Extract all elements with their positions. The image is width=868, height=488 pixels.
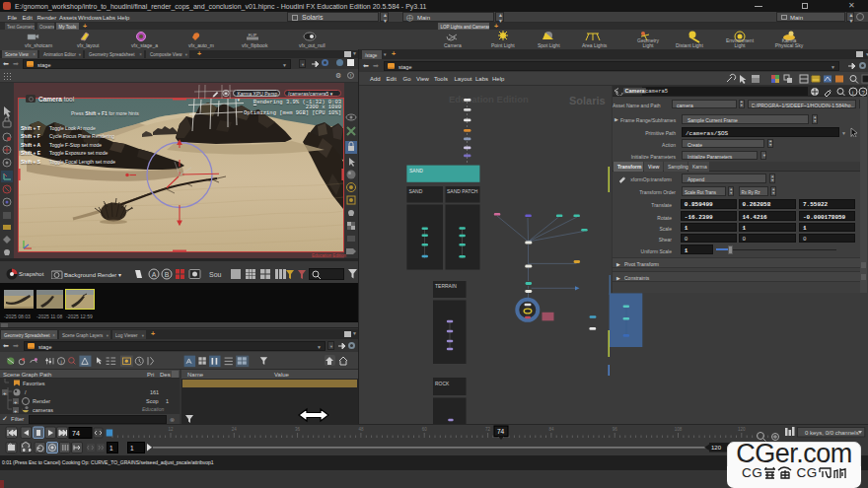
svg-text:36: 36 xyxy=(295,427,301,432)
svg-text:48: 48 xyxy=(358,427,364,432)
svg-text:?: ? xyxy=(862,90,866,96)
svg-text:SAND: SAND xyxy=(408,188,422,194)
svg-text:72: 72 xyxy=(485,427,491,432)
svg-text:1: 1 xyxy=(109,445,113,452)
svg-text:A: A xyxy=(152,271,157,278)
svg-text:Education Edition: Education Edition xyxy=(449,94,529,105)
svg-text:ROCK: ROCK xyxy=(435,381,450,386)
svg-text:0 keys, 0/0 channels: 0 keys, 0/0 channels xyxy=(805,430,859,436)
svg-text:+: + xyxy=(14,408,18,414)
svg-text:12: 12 xyxy=(168,427,174,432)
svg-text:+: + xyxy=(3,390,7,396)
svg-text:+: + xyxy=(14,399,18,405)
svg-text:74: 74 xyxy=(497,428,505,435)
svg-text:84: 84 xyxy=(548,427,554,432)
svg-text:i: i xyxy=(60,359,61,365)
svg-text:FLIP: FLIP xyxy=(249,33,257,37)
svg-text:Solaris: Solaris xyxy=(569,95,606,106)
svg-text:120: 120 xyxy=(738,427,746,432)
svg-text:Sou: Sou xyxy=(209,271,222,278)
svg-text:SAND PATCH: SAND PATCH xyxy=(447,188,478,194)
svg-text:TERRAIN: TERRAIN xyxy=(435,283,457,289)
svg-text:120: 120 xyxy=(711,445,722,451)
svg-text:1: 1 xyxy=(130,445,134,452)
svg-text:24: 24 xyxy=(232,427,238,432)
svg-text:SAND: SAND xyxy=(409,168,423,174)
svg-text:74: 74 xyxy=(72,430,80,437)
svg-text:B: B xyxy=(165,271,170,278)
svg-text:60: 60 xyxy=(422,427,428,432)
svg-text:i: i xyxy=(852,90,853,96)
svg-text:108: 108 xyxy=(675,427,683,432)
svg-text:96: 96 xyxy=(613,427,618,432)
